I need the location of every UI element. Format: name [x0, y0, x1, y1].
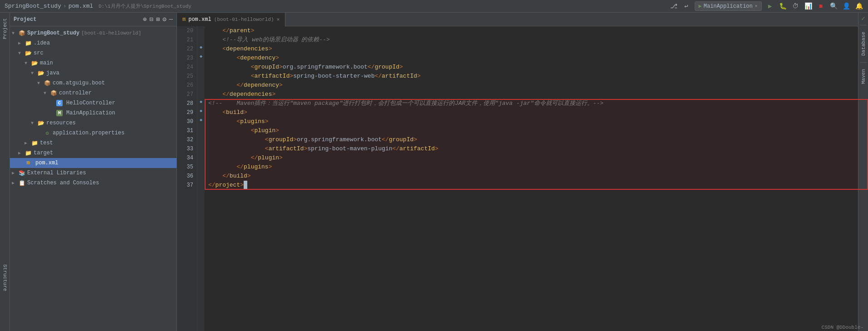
profile-button[interactable]: ⏱: [791, 2, 800, 11]
tree-item-main-application[interactable]: M MainApplication: [10, 108, 177, 118]
code-line-26: </dependency>: [208, 81, 864, 90]
project-name[interactable]: SpringBoot_study: [5, 3, 61, 10]
sidebar-title: Project: [14, 16, 139, 23]
project-label: SpringBoot_study: [27, 30, 79, 36]
tree-item-java[interactable]: ▼ 📂 java: [10, 68, 177, 78]
application-properties-label: application.properties: [53, 130, 124, 136]
line-num-33: 33: [177, 144, 193, 153]
structure-tab[interactable]: Structure: [0, 261, 10, 295]
run-button[interactable]: ▶: [765, 2, 775, 11]
line-num-28: 28: [177, 99, 193, 108]
tree-item-springboot-study[interactable]: ▼ 📦 SpringBoot_study [boot-01-helloworld…: [10, 28, 177, 38]
line-num-31: 31: [177, 126, 193, 135]
project-tab[interactable]: Project: [1, 15, 9, 43]
vcs-icon[interactable]: ⎇: [669, 2, 678, 11]
tree-item-pom-xml[interactable]: m pom.xml: [10, 158, 177, 168]
tree-item-main[interactable]: ▼ 📂 main: [10, 58, 177, 68]
path-hint: D:\1月丹个人提升\SpringBoot_study: [98, 3, 191, 10]
maven-tab[interactable]: Maven: [861, 65, 866, 88]
line-numbers: 20 21 22 23 24 25 26 27 28 29 30 31 32 3…: [177, 26, 197, 331]
code-line-37: </project>: [208, 181, 864, 190]
tree-item-idea[interactable]: ▶ 📁 .idea: [10, 38, 177, 48]
target-folder-icon: 📁: [25, 149, 32, 157]
idea-folder-icon: 📁: [25, 40, 32, 47]
tree-item-src[interactable]: ▼ 📂 src: [10, 48, 177, 58]
line-num-32: 32: [177, 135, 193, 144]
notification-icon[interactable]: 🔔: [854, 2, 863, 11]
test-folder-icon: 📁: [31, 139, 38, 147]
tab-close-button[interactable]: ✕: [277, 16, 280, 22]
settings-icon[interactable]: ⚙: [162, 15, 166, 23]
user-icon[interactable]: 👤: [842, 2, 851, 11]
tree-item-external-libs[interactable]: ▶ 📚 External Libraries: [10, 168, 177, 178]
src-label: src: [34, 50, 44, 56]
controller-pkg-label: controller: [59, 90, 92, 96]
line-num-36: 36: [177, 172, 193, 181]
tree-arrow-test: ▶: [25, 140, 31, 146]
collapse-icon[interactable]: ⊟: [149, 15, 153, 23]
tree-arrow-resources: ▼: [31, 121, 37, 126]
gutter-icon-29[interactable]: ◆: [197, 99, 205, 104]
main-application-label: MainApplication: [66, 110, 115, 116]
properties-icon: ⚙: [44, 129, 51, 137]
tab-path: (boot-01-helloworld): [214, 17, 274, 22]
resources-icon: 📂: [37, 119, 44, 127]
status-attribution: CSDN @DDouble-: [822, 325, 863, 330]
tree-arrow-scratches: ▶: [12, 180, 18, 186]
gutter-icon-30[interactable]: ◆: [197, 108, 205, 114]
tree-arrow-main: ▼: [25, 61, 31, 66]
line-num-20: 20: [177, 26, 193, 35]
idea-label: .idea: [34, 40, 50, 46]
editor-tab-pom-xml[interactable]: m pom.xml (boot-01-helloworld) ✕: [177, 13, 285, 26]
line-num-34: 34: [177, 153, 193, 163]
src-folder-icon: 📂: [25, 49, 32, 57]
add-icon[interactable]: ⊕: [143, 15, 147, 23]
tree-item-scratches[interactable]: ▶ 📋 Scratches and Consoles: [10, 178, 177, 188]
line-num-22: 22: [177, 44, 193, 54]
navigate-icon[interactable]: ↩: [682, 2, 691, 11]
run-config-name: MainApplication: [704, 3, 753, 10]
package-icon: 📦: [44, 79, 51, 87]
line-num-26: 26: [177, 81, 193, 90]
file-name: pom.xml: [69, 3, 93, 10]
external-libraries-label: External Libraries: [27, 170, 86, 176]
project-badge: [boot-01-helloworld]: [81, 30, 141, 36]
coverage-button[interactable]: 📊: [804, 2, 813, 11]
line-num-23: 23: [177, 54, 193, 63]
sidebar-toolbar: ⊕ ⊟ ⊞ ⚙ —: [143, 15, 173, 23]
tree-item-target[interactable]: ▶ 📁 target: [10, 148, 177, 158]
tree-item-resources[interactable]: ▼ 📂 resources: [10, 118, 177, 128]
close-sidebar-icon[interactable]: —: [169, 15, 173, 23]
expand-icon[interactable]: ⊞: [156, 15, 160, 23]
line-num-29: 29: [177, 108, 193, 117]
tree-item-application-properties[interactable]: ⚙ application.properties: [10, 128, 177, 138]
code-line-27: </dependencies>: [208, 90, 864, 99]
gutter-icon-23[interactable]: ◆: [197, 54, 205, 59]
tree-item-controller-pkg[interactable]: ▼ 📦 controller: [10, 88, 177, 98]
tree-item-test[interactable]: ▶ 📁 test: [10, 138, 177, 148]
editor-area: m pom.xml (boot-01-helloworld) ✕ 20 21 2…: [177, 13, 868, 331]
tree-arrow-controller: ▼: [44, 91, 50, 96]
code-line-21: <!--导入 web的场景启动器 的依赖-->: [208, 35, 864, 44]
scratches-label: Scratches and Consoles: [27, 180, 99, 186]
line-num-24: 24: [177, 63, 193, 72]
run-config-selector[interactable]: ▶ MainApplication ▾: [695, 1, 762, 11]
stop-button[interactable]: ■: [816, 2, 825, 11]
database-tab[interactable]: Database: [861, 28, 866, 59]
tree-item-package[interactable]: ▼ 📦 com.atguigu.boot: [10, 78, 177, 88]
code-line-24: <groupId>org.springframework.boot</group…: [208, 63, 864, 72]
tree-item-hello-controller[interactable]: C HelloController: [10, 98, 177, 108]
gutter-icon-22[interactable]: ◆: [197, 44, 205, 50]
debug-button[interactable]: 🐛: [778, 2, 787, 11]
code-content[interactable]: </parent> <!--导入 web的场景启动器 的依赖--> <depen…: [205, 26, 868, 331]
db-divider: [860, 25, 867, 25]
structure-label: Structure: [2, 264, 8, 291]
code-line-31: <plugin>: [208, 126, 864, 135]
sidebar: Project ⊕ ⊟ ⊞ ⚙ — ▼ 📦 SpringBoot_study […: [10, 13, 177, 331]
code-editor: 20 21 22 23 24 25 26 27 28 29 30 31 32 3…: [177, 26, 868, 331]
run-icon: ▶: [699, 3, 702, 10]
gutter-icon-31[interactable]: ◆: [197, 117, 205, 123]
tree-arrow-idea: ▶: [18, 40, 25, 46]
status-bar: CSDN @DDouble-: [817, 324, 868, 331]
search-button[interactable]: 🔍: [829, 2, 838, 11]
